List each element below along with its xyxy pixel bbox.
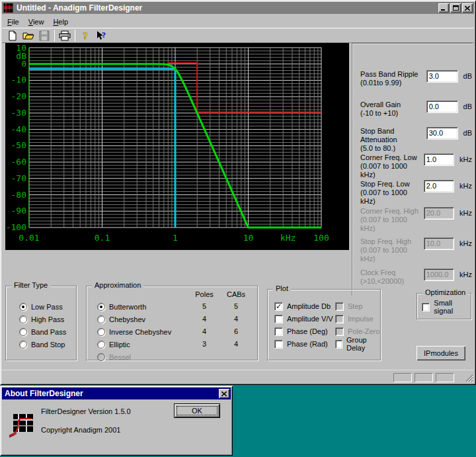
x-tick-label: 100 [313, 233, 329, 243]
plot-options-group: Plot ✓Amplitude DbAmplitude V/VPhase (De… [267, 289, 381, 360]
maximize-button[interactable] [450, 3, 461, 13]
param-label: Stop Freq. Low (0.007 to 1000 kHz) [360, 180, 424, 206]
menu-view[interactable]: View [24, 17, 49, 27]
option-high-pass: High Pass [19, 315, 64, 324]
option-phase-rad: Phase (Rad) [274, 339, 328, 349]
menu-file[interactable]: File [3, 17, 24, 27]
main-window: Untitled - Anadigm FilterDesigner FileVi… [0, 0, 476, 385]
phase-rad-checkbox[interactable] [274, 340, 283, 349]
group-delay-label: Group Delay [346, 336, 380, 352]
toolbar-separator [75, 30, 75, 42]
elliptic-radio[interactable] [97, 341, 105, 349]
y-tick-label: -70 [11, 173, 26, 183]
param-unit: dB [463, 127, 472, 137]
minimize-button[interactable] [438, 3, 449, 13]
group-delay-checkbox[interactable] [335, 340, 342, 349]
optimization-group: Optimization Small signal [416, 293, 471, 319]
option-group-delay: Group Delay [335, 339, 380, 349]
step-label: Step [348, 302, 363, 310]
status-panel [393, 373, 412, 382]
stop-freq-low-input[interactable]: 2.0 [424, 180, 454, 192]
help-icon[interactable]: ? [77, 29, 93, 43]
elliptic-poles-value: 3 [190, 340, 219, 348]
option-bessel: Bessel [97, 353, 131, 362]
amplitude-v-v-checkbox[interactable] [274, 315, 283, 323]
poles-column-header: Poles [190, 290, 219, 298]
inverse-chebyshev-label: Inverse Chebyshev [109, 328, 171, 336]
plot-options-legend: Plot [273, 284, 291, 292]
y-tick-label: -100 [6, 222, 26, 232]
y-axis-unit: dB [16, 51, 26, 61]
inverse-chebyshev-radio[interactable] [97, 328, 105, 336]
param-label: Corner Freq. Low (0.007 to 1000 kHz) [360, 153, 424, 179]
phase-deg-checkbox[interactable] [274, 327, 283, 336]
open-folder-icon[interactable] [20, 29, 36, 43]
menu-bar: FileViewHelp [3, 16, 473, 28]
elliptic-cabs-value: 4 [221, 340, 251, 348]
high-pass-radio[interactable] [19, 315, 27, 323]
band-pass-radio[interactable] [19, 328, 27, 336]
low-pass-label: Low Pass [31, 303, 63, 311]
pass-band-ripple-input[interactable]: 3.0 [426, 70, 458, 83]
title-bar[interactable]: Untitled - Anadigm FilterDesigner [2, 2, 474, 14]
y-tick-label: -20 [11, 91, 26, 101]
param-label: Clock Freq (>10,<20000) [360, 269, 424, 286]
toolbar-separator [54, 30, 55, 42]
approximation-legend: Approximation [92, 281, 143, 289]
status-panel [415, 373, 433, 382]
status-bar [2, 370, 474, 383]
small-signal-label: Small signal [434, 299, 471, 315]
y-tick-label: -80 [11, 190, 26, 200]
about-copyright-text: Copyright Anadigm 2001 [41, 426, 120, 434]
corner-freq-low-input[interactable]: 1.0 [424, 153, 454, 166]
param-label: Stop Band Attenuation (5.0 to 80.) [360, 127, 426, 153]
band-stop-radio[interactable] [19, 341, 27, 349]
option-phase-deg: Phase (Deg) [274, 327, 328, 336]
chebyshev-radio[interactable] [97, 315, 105, 323]
param-row-corner-freq-low: Corner Freq. Low (0.007 to 1000 kHz)1.0k… [360, 153, 472, 180]
x-tick-label: 1 [173, 233, 178, 243]
option-band-pass: Band Pass [19, 327, 66, 337]
context-help-icon[interactable]: ? [93, 29, 109, 43]
menu-help[interactable]: Help [48, 17, 73, 27]
small-signal-checkbox[interactable] [422, 303, 430, 312]
print-icon[interactable] [57, 29, 73, 43]
about-dialog: About FilterDesigner FilterDesig [0, 386, 233, 456]
x-axis-unit: kHz [280, 233, 296, 243]
param-unit: kHz [459, 153, 472, 163]
phase-deg-label: Phase (Deg) [287, 327, 328, 335]
param-row-stop-band: Stop Band Attenuation (5.0 to 80.)30.0dB [360, 127, 472, 153]
param-row-overall-gain: Overall Gain (-10 to +10)0.0dB [360, 101, 472, 127]
ipmodules-button[interactable]: IPmodules [416, 346, 465, 360]
y-tick-label: -90 [11, 206, 26, 216]
option-amplitude-v-v: Amplitude V/V [274, 314, 333, 323]
desktop: Untitled - Anadigm FilterDesigner FileVi… [0, 0, 476, 457]
status-panel [436, 373, 454, 382]
param-unit: kHz [459, 237, 472, 247]
low-pass-radio[interactable] [19, 303, 27, 311]
option-impulse: Impulse [335, 314, 374, 323]
amplitude-v-v-label: Amplitude V/V [287, 315, 333, 323]
param-unit: kHz [459, 207, 472, 217]
resize-grip[interactable] [465, 374, 473, 382]
param-unit: dB [463, 70, 472, 80]
about-body: FilterDesigner Version 1.5.0 Copyright A… [0, 386, 233, 456]
save-icon [36, 29, 52, 43]
close-button[interactable] [462, 3, 473, 13]
filter-plot: 100-10-20-30-40-50-60-70-80-90-100dB0.01… [5, 43, 349, 250]
param-label: Stop Freq. High (0.007 to 1000 kHz) [360, 237, 424, 263]
new-document-icon[interactable] [5, 29, 20, 43]
clock-freq-input: 1000.0 [424, 269, 454, 281]
ok-button[interactable]: OK [174, 403, 220, 418]
amplitude-db-checkbox[interactable]: ✓ [274, 302, 283, 311]
filter-plot-svg: 100-10-20-30-40-50-60-70-80-90-100dB0.01… [5, 43, 349, 250]
chebyshev-poles-value: 4 [190, 315, 219, 323]
param-unit: kHz [459, 180, 472, 190]
param-row-pass-band-ripple: Pass Band Ripple (0.01to 9.99)3.0dB [360, 70, 472, 101]
butterworth-radio[interactable] [97, 303, 105, 311]
svg-text:?: ? [83, 30, 88, 41]
overall-gain-input[interactable]: 0.0 [426, 101, 458, 113]
butterworth-cabs-value: 5 [221, 302, 251, 310]
stop-freq-high-input: 10.0 [424, 237, 454, 250]
stop-band-input[interactable]: 30.0 [426, 127, 458, 140]
